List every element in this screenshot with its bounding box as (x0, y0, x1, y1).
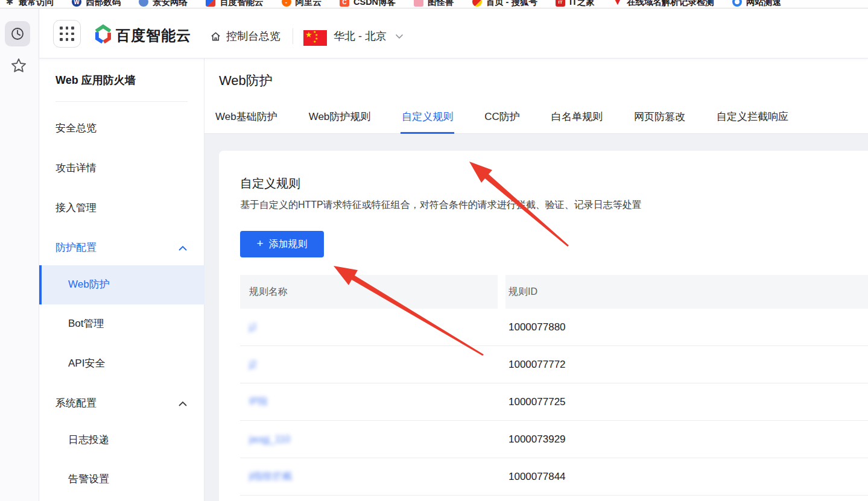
sidebar-divider (55, 101, 188, 102)
baidu-cloud-logo-icon (93, 24, 113, 45)
add-rule-button[interactable]: + 添加规则 (240, 231, 324, 257)
table-row: IP段 1000077725 (240, 383, 868, 421)
app-grid-button[interactable] (53, 20, 81, 48)
table-row: j2 1000077772 (240, 346, 868, 383)
tab-custom-block-response[interactable]: 自定义拦截响应 (715, 104, 790, 134)
sidebar-group-protection-config[interactable]: 防护配置 (55, 241, 97, 255)
page-title: Web防护 (219, 72, 273, 90)
app-header: 百度智能云 控制台总览 ★★★★★ 华北 - 北京 (39, 8, 868, 58)
sidebar-item-alert-settings[interactable]: 告警设置 (68, 472, 109, 487)
rule-id: 1000077725 (508, 396, 868, 408)
west-cn-icon: W (72, 0, 81, 7)
rule-id: 1000077772 (508, 359, 868, 371)
history-button[interactable] (5, 21, 30, 46)
sidebar-item-log-delivery[interactable]: 日志投递 (68, 433, 109, 447)
region-selector[interactable]: 华北 - 北京 (334, 29, 387, 43)
rule-name-link[interactable]: j2 (240, 359, 508, 370)
sidebar-group-system-config[interactable]: 系统配置 (55, 396, 97, 411)
card-title: 自定义规则 (240, 175, 868, 192)
rule-name-link[interactable]: jaogj_110 (240, 434, 508, 445)
plus-icon: + (256, 237, 263, 250)
clock-icon (10, 26, 25, 42)
selected-indicator-bar (39, 265, 42, 304)
table-row: jJ 1000077880 (240, 309, 868, 346)
bookmark-item[interactable]: ▼在线域名解析记录检测 (613, 0, 714, 8)
chevron-up-icon[interactable] (178, 401, 188, 407)
bookmark-item[interactable]: ✱最常访问 (5, 0, 54, 8)
table-row: jaogj_110 1000073929 (240, 421, 868, 458)
main-content: Web防护 Web基础防护 Web防护规则 自定义规则 CC防护 白名单规则 网… (204, 58, 868, 501)
bookmark-item[interactable]: 百度智能云 (206, 0, 264, 8)
header-gap (498, 275, 505, 309)
tab-custom-rules[interactable]: 自定义规则 (401, 104, 454, 134)
sidebar-item-bot-management[interactable]: Bot管理 (68, 317, 104, 331)
speedtest-icon (732, 0, 742, 7)
custom-rules-card: 自定义规则 基于自定义的HTTP请求特征或特征组合，对符合条件的请求进行拦截、验… (219, 151, 868, 501)
chevron-up-icon[interactable] (178, 245, 188, 251)
bookmark-item[interactable]: ITIT之家 (556, 0, 595, 8)
bookmark-item[interactable]: -阿里云 (282, 0, 322, 8)
china-flag-icon: ★★★★★ (303, 30, 327, 46)
tuguaishou-icon (414, 0, 423, 7)
sidebar-item-access-management[interactable]: 接入管理 (55, 201, 97, 215)
bookmark-item[interactable]: 图怪兽 (414, 0, 454, 8)
bookmark-item[interactable]: 景安网络 (139, 0, 188, 8)
star-menu-icon: ✱ (5, 0, 14, 7)
sidebar-title: Web 应用防火墙 (55, 73, 136, 87)
brand-title: 百度智能云 (116, 26, 191, 45)
table-header: 规则名称 规则ID (240, 275, 868, 309)
bookmark-item[interactable]: CCSDN博客 (340, 0, 396, 8)
rule-id: 1000077880 (508, 321, 868, 333)
console-overview-link[interactable]: 控制台总览 (210, 29, 280, 43)
sohu-icon (472, 0, 482, 7)
bookmark-item[interactable]: W西部数码 (72, 0, 121, 8)
bookmarks-bar: ✱最常访问 W西部数码 景安网络 百度智能云 -阿里云 CCSDN博客 图怪兽 … (0, 0, 868, 8)
aliyun-icon: - (282, 0, 291, 7)
card-description: 基于自定义的HTTP请求特征或特征组合，对符合条件的请求进行拦截、验证、记录日志… (240, 199, 868, 212)
column-header-rule-name: 规则名称 (240, 275, 498, 309)
browser-sidebar-rail (0, 8, 39, 501)
bookmark-star-button[interactable] (10, 57, 28, 75)
tab-web-basic-protection[interactable]: Web基础防护 (214, 104, 279, 134)
tab-anti-tamper[interactable]: 网页防篡改 (633, 104, 686, 134)
csdn-icon: C (340, 0, 349, 7)
sidebar-item-web-protection[interactable]: Web防护 (39, 265, 204, 304)
sidebar-item-api-security[interactable]: API安全 (68, 356, 105, 371)
rule-id: 1000073929 (508, 433, 868, 446)
dns-check-icon: ▼ (613, 0, 622, 7)
bookmark-item[interactable]: 网站测速 (732, 0, 781, 8)
tab-cc-protection[interactable]: CC防护 (483, 104, 521, 134)
sidebar-item-attack-details[interactable]: 攻击详情 (55, 161, 97, 175)
grid-icon (60, 27, 74, 41)
chevron-down-icon[interactable] (395, 34, 404, 39)
sidebar: Web 应用防火墙 安全总览 攻击详情 接入管理 防护配置 Web防护 Bot管… (39, 58, 204, 501)
tab-whitelist-rules[interactable]: 白名单规则 (550, 104, 604, 134)
rule-id: 1000077844 (508, 471, 868, 483)
rule-name-link[interactable]: jJ (240, 322, 508, 333)
baidu-cloud-icon (206, 0, 215, 7)
tab-bar: Web基础防护 Web防护规则 自定义规则 CC防护 白名单规则 网页防篡改 自… (204, 104, 868, 134)
tab-web-protection-rules[interactable]: Web防护规则 (308, 104, 372, 134)
rule-name-link[interactable]: ji指纹拦截 (240, 470, 508, 483)
bookmark-item[interactable]: 首页 - 搜狐号 (472, 0, 537, 8)
jingan-icon (139, 0, 148, 7)
star-icon (10, 57, 27, 74)
column-header-rule-id: 规则ID (505, 275, 868, 309)
table-row: ji指纹拦截 1000077844 (240, 458, 868, 496)
rule-name-link[interactable]: IP段 (240, 395, 508, 408)
sidebar-item-security-overview[interactable]: 安全总览 (55, 121, 97, 136)
ithome-icon: IT (556, 0, 565, 7)
header-divider (293, 28, 293, 44)
rules-table: 规则名称 规则ID jJ 1000077880 j2 1000077772 IP… (240, 275, 868, 496)
home-icon (210, 31, 221, 42)
